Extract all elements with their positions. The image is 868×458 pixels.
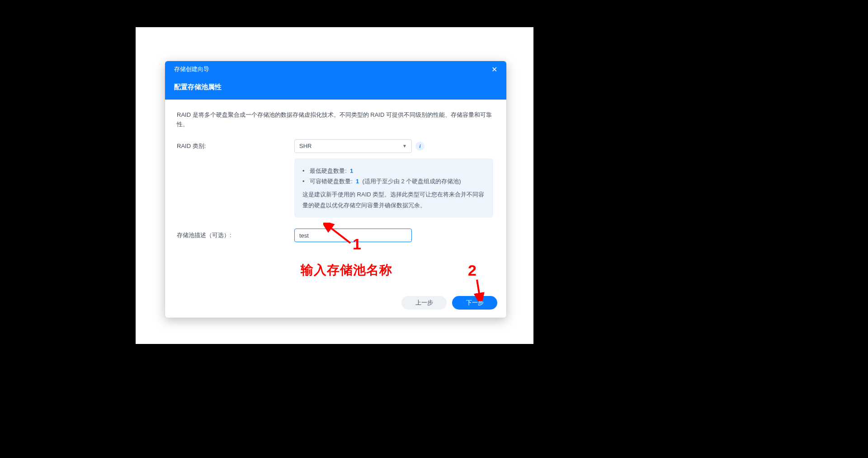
intro-text: RAID 是将多个硬盘聚合成一个存储池的数据存储虚拟化技术。不同类型的 RAID… [177, 110, 495, 129]
annotation-number-2: 2 [468, 262, 476, 279]
close-icon[interactable]: ✕ [491, 65, 497, 74]
raid-type-select[interactable]: SHR ▼ [294, 139, 412, 153]
modal-header: 存储创建向导 ✕ 配置存储池属性 [165, 61, 506, 100]
min-disks-item: 最低硬盘数量: 1 [302, 166, 485, 176]
info-icon[interactable]: i [415, 142, 425, 151]
pool-desc-label: 存储池描述（可选）: [177, 229, 294, 239]
min-disks-label: 最低硬盘数量: [310, 167, 347, 174]
storage-wizard-modal: 存储创建向导 ✕ 配置存储池属性 RAID 是将多个硬盘聚合成一个存储池的数据存… [165, 61, 506, 318]
page-background-frame: 存储创建向导 ✕ 配置存储池属性 RAID 是将多个硬盘聚合成一个存储池的数据存… [136, 27, 533, 344]
prev-button[interactable]: 上一步 [401, 296, 447, 310]
tolerable-note: (适用于至少由 2 个硬盘组成的存储池) [363, 178, 461, 185]
tolerable-label: 可容错硬盘数量: [310, 178, 353, 185]
pool-desc-row: 存储池描述（可选）: [177, 229, 495, 242]
raid-type-label: RAID 类别: [177, 139, 294, 150]
modal-subtitle: 配置存储池属性 [174, 77, 497, 100]
raid-description: 这是建议新手使用的 RAID 类型。选择此类型可让您在将来合并不同容量的硬盘以优… [302, 189, 485, 210]
raid-type-selected-value: SHR [299, 143, 311, 149]
modal-title: 存储创建向导 [174, 65, 209, 73]
modal-body: RAID 是将多个硬盘聚合成一个存储池的数据存储虚拟化技术。不同类型的 RAID… [165, 100, 506, 290]
tolerable-item: 可容错硬盘数量: 1 (适用于至少由 2 个硬盘组成的存储池) [302, 176, 485, 186]
raid-info-panel: 最低硬盘数量: 1 可容错硬盘数量: 1 (适用于至少由 2 个硬盘组成的存储池… [294, 158, 493, 218]
raid-type-row: RAID 类别: SHR ▼ i 最低硬盘数量: 1 [177, 139, 495, 218]
pool-description-input[interactable] [294, 229, 412, 242]
annotation-label-1: 输入存储池名称 [301, 262, 392, 279]
tolerable-value: 1 [356, 178, 359, 185]
modal-footer: 上一步 下一步 [165, 290, 506, 318]
min-disks-value: 1 [350, 167, 353, 174]
next-button[interactable]: 下一步 [452, 296, 497, 310]
chevron-down-icon: ▼ [402, 143, 407, 148]
